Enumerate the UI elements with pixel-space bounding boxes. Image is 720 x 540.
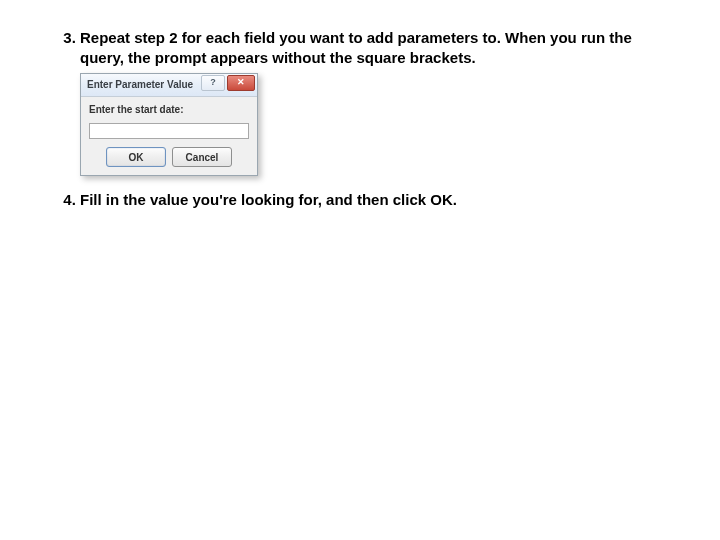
step-4-text: Fill in the value you're looking for, an… bbox=[80, 191, 457, 208]
step-3: Repeat step 2 for each field you want to… bbox=[80, 28, 668, 176]
close-icon: ✕ bbox=[237, 78, 245, 87]
step-4-text-b: OK bbox=[430, 191, 453, 208]
dialog-body: Enter the start date: OK Cancel bbox=[81, 97, 257, 176]
dialog-title: Enter Parameter Value bbox=[81, 78, 193, 92]
dialog-figure: Enter Parameter Value ? ✕ Enter the star… bbox=[80, 73, 668, 177]
step-4-text-c: . bbox=[453, 191, 457, 208]
titlebar-controls: ? ✕ bbox=[199, 75, 255, 91]
help-icon: ? bbox=[210, 76, 216, 88]
dialog-window: Enter Parameter Value ? ✕ Enter the star… bbox=[80, 73, 258, 177]
close-button[interactable]: ✕ bbox=[227, 75, 255, 91]
cancel-button[interactable]: Cancel bbox=[172, 147, 232, 167]
prompt-label: Enter the start date: bbox=[89, 103, 249, 117]
dialog-button-row: OK Cancel bbox=[89, 147, 249, 167]
document-page: Repeat step 2 for each field you want to… bbox=[0, 0, 720, 211]
ok-button[interactable]: OK bbox=[106, 147, 166, 167]
step-list: Repeat step 2 for each field you want to… bbox=[52, 28, 668, 211]
step-4-text-a: Fill in the value you're looking for, an… bbox=[80, 191, 430, 208]
help-button[interactable]: ? bbox=[201, 75, 225, 91]
step-4: Fill in the value you're looking for, an… bbox=[80, 190, 668, 210]
dialog-titlebar: Enter Parameter Value ? ✕ bbox=[81, 74, 257, 97]
parameter-input[interactable] bbox=[89, 123, 249, 139]
step-3-text: Repeat step 2 for each field you want to… bbox=[80, 29, 632, 66]
